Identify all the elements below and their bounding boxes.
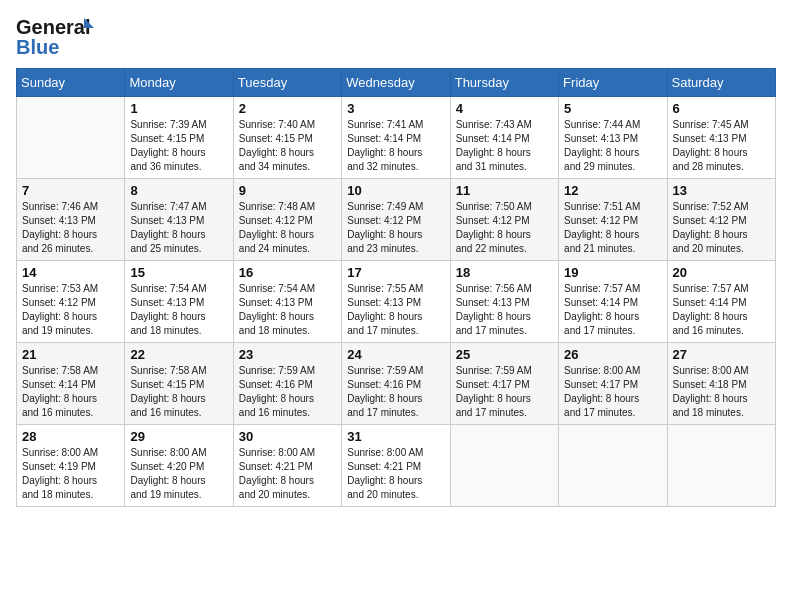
weekday-header-monday: Monday	[125, 69, 233, 97]
calendar-day-cell: 20Sunrise: 7:57 AM Sunset: 4:14 PM Dayli…	[667, 261, 775, 343]
day-info: Sunrise: 7:45 AM Sunset: 4:13 PM Dayligh…	[673, 118, 770, 174]
calendar-day-cell: 10Sunrise: 7:49 AM Sunset: 4:12 PM Dayli…	[342, 179, 450, 261]
day-number: 18	[456, 265, 553, 280]
day-number: 6	[673, 101, 770, 116]
day-info: Sunrise: 7:58 AM Sunset: 4:14 PM Dayligh…	[22, 364, 119, 420]
day-info: Sunrise: 8:00 AM Sunset: 4:21 PM Dayligh…	[239, 446, 336, 502]
calendar-day-cell	[450, 425, 558, 507]
day-info: Sunrise: 7:55 AM Sunset: 4:13 PM Dayligh…	[347, 282, 444, 338]
svg-text:General: General	[16, 16, 90, 38]
calendar-day-cell: 27Sunrise: 8:00 AM Sunset: 4:18 PM Dayli…	[667, 343, 775, 425]
day-number: 5	[564, 101, 661, 116]
weekday-header-saturday: Saturday	[667, 69, 775, 97]
calendar-week-row: 14Sunrise: 7:53 AM Sunset: 4:12 PM Dayli…	[17, 261, 776, 343]
day-number: 14	[22, 265, 119, 280]
day-info: Sunrise: 8:00 AM Sunset: 4:21 PM Dayligh…	[347, 446, 444, 502]
day-number: 29	[130, 429, 227, 444]
weekday-header-tuesday: Tuesday	[233, 69, 341, 97]
day-info: Sunrise: 7:59 AM Sunset: 4:16 PM Dayligh…	[347, 364, 444, 420]
day-info: Sunrise: 8:00 AM Sunset: 4:18 PM Dayligh…	[673, 364, 770, 420]
day-info: Sunrise: 7:56 AM Sunset: 4:13 PM Dayligh…	[456, 282, 553, 338]
calendar-day-cell: 18Sunrise: 7:56 AM Sunset: 4:13 PM Dayli…	[450, 261, 558, 343]
day-info: Sunrise: 7:41 AM Sunset: 4:14 PM Dayligh…	[347, 118, 444, 174]
day-number: 28	[22, 429, 119, 444]
day-info: Sunrise: 7:43 AM Sunset: 4:14 PM Dayligh…	[456, 118, 553, 174]
day-info: Sunrise: 7:40 AM Sunset: 4:15 PM Dayligh…	[239, 118, 336, 174]
day-info: Sunrise: 7:54 AM Sunset: 4:13 PM Dayligh…	[239, 282, 336, 338]
calendar-day-cell: 5Sunrise: 7:44 AM Sunset: 4:13 PM Daylig…	[559, 97, 667, 179]
day-number: 19	[564, 265, 661, 280]
calendar-day-cell: 11Sunrise: 7:50 AM Sunset: 4:12 PM Dayli…	[450, 179, 558, 261]
calendar-day-cell: 28Sunrise: 8:00 AM Sunset: 4:19 PM Dayli…	[17, 425, 125, 507]
day-info: Sunrise: 7:53 AM Sunset: 4:12 PM Dayligh…	[22, 282, 119, 338]
day-number: 10	[347, 183, 444, 198]
calendar-day-cell	[559, 425, 667, 507]
weekday-header-row: SundayMondayTuesdayWednesdayThursdayFrid…	[17, 69, 776, 97]
day-info: Sunrise: 7:47 AM Sunset: 4:13 PM Dayligh…	[130, 200, 227, 256]
day-info: Sunrise: 8:00 AM Sunset: 4:17 PM Dayligh…	[564, 364, 661, 420]
day-number: 7	[22, 183, 119, 198]
calendar-day-cell: 1Sunrise: 7:39 AM Sunset: 4:15 PM Daylig…	[125, 97, 233, 179]
calendar-day-cell: 26Sunrise: 8:00 AM Sunset: 4:17 PM Dayli…	[559, 343, 667, 425]
weekday-header-thursday: Thursday	[450, 69, 558, 97]
weekday-header-sunday: Sunday	[17, 69, 125, 97]
day-number: 2	[239, 101, 336, 116]
calendar-day-cell	[17, 97, 125, 179]
calendar-day-cell: 29Sunrise: 8:00 AM Sunset: 4:20 PM Dayli…	[125, 425, 233, 507]
calendar-week-row: 7Sunrise: 7:46 AM Sunset: 4:13 PM Daylig…	[17, 179, 776, 261]
calendar-day-cell: 13Sunrise: 7:52 AM Sunset: 4:12 PM Dayli…	[667, 179, 775, 261]
day-info: Sunrise: 7:59 AM Sunset: 4:17 PM Dayligh…	[456, 364, 553, 420]
day-info: Sunrise: 7:50 AM Sunset: 4:12 PM Dayligh…	[456, 200, 553, 256]
day-info: Sunrise: 8:00 AM Sunset: 4:19 PM Dayligh…	[22, 446, 119, 502]
calendar-day-cell: 17Sunrise: 7:55 AM Sunset: 4:13 PM Dayli…	[342, 261, 450, 343]
day-number: 8	[130, 183, 227, 198]
day-number: 31	[347, 429, 444, 444]
calendar-day-cell: 19Sunrise: 7:57 AM Sunset: 4:14 PM Dayli…	[559, 261, 667, 343]
day-number: 4	[456, 101, 553, 116]
calendar-day-cell: 7Sunrise: 7:46 AM Sunset: 4:13 PM Daylig…	[17, 179, 125, 261]
day-number: 23	[239, 347, 336, 362]
calendar-day-cell	[667, 425, 775, 507]
day-info: Sunrise: 7:39 AM Sunset: 4:15 PM Dayligh…	[130, 118, 227, 174]
day-info: Sunrise: 7:48 AM Sunset: 4:12 PM Dayligh…	[239, 200, 336, 256]
day-number: 9	[239, 183, 336, 198]
day-number: 24	[347, 347, 444, 362]
day-number: 22	[130, 347, 227, 362]
calendar-day-cell: 14Sunrise: 7:53 AM Sunset: 4:12 PM Dayli…	[17, 261, 125, 343]
calendar-day-cell: 2Sunrise: 7:40 AM Sunset: 4:15 PM Daylig…	[233, 97, 341, 179]
calendar-table: SundayMondayTuesdayWednesdayThursdayFrid…	[16, 68, 776, 507]
calendar-day-cell: 6Sunrise: 7:45 AM Sunset: 4:13 PM Daylig…	[667, 97, 775, 179]
page-header: GeneralBlue	[16, 16, 776, 58]
day-info: Sunrise: 7:52 AM Sunset: 4:12 PM Dayligh…	[673, 200, 770, 256]
calendar-day-cell: 22Sunrise: 7:58 AM Sunset: 4:15 PM Dayli…	[125, 343, 233, 425]
calendar-day-cell: 16Sunrise: 7:54 AM Sunset: 4:13 PM Dayli…	[233, 261, 341, 343]
svg-text:Blue: Blue	[16, 36, 59, 58]
day-info: Sunrise: 7:51 AM Sunset: 4:12 PM Dayligh…	[564, 200, 661, 256]
day-number: 11	[456, 183, 553, 198]
day-info: Sunrise: 7:54 AM Sunset: 4:13 PM Dayligh…	[130, 282, 227, 338]
day-info: Sunrise: 7:58 AM Sunset: 4:15 PM Dayligh…	[130, 364, 227, 420]
day-number: 20	[673, 265, 770, 280]
day-number: 17	[347, 265, 444, 280]
calendar-day-cell: 24Sunrise: 7:59 AM Sunset: 4:16 PM Dayli…	[342, 343, 450, 425]
day-number: 13	[673, 183, 770, 198]
calendar-week-row: 21Sunrise: 7:58 AM Sunset: 4:14 PM Dayli…	[17, 343, 776, 425]
day-number: 1	[130, 101, 227, 116]
calendar-day-cell: 25Sunrise: 7:59 AM Sunset: 4:17 PM Dayli…	[450, 343, 558, 425]
calendar-day-cell: 3Sunrise: 7:41 AM Sunset: 4:14 PM Daylig…	[342, 97, 450, 179]
day-number: 3	[347, 101, 444, 116]
day-number: 16	[239, 265, 336, 280]
day-number: 21	[22, 347, 119, 362]
calendar-day-cell: 12Sunrise: 7:51 AM Sunset: 4:12 PM Dayli…	[559, 179, 667, 261]
calendar-day-cell: 9Sunrise: 7:48 AM Sunset: 4:12 PM Daylig…	[233, 179, 341, 261]
day-number: 27	[673, 347, 770, 362]
day-info: Sunrise: 7:49 AM Sunset: 4:12 PM Dayligh…	[347, 200, 444, 256]
calendar-day-cell: 21Sunrise: 7:58 AM Sunset: 4:14 PM Dayli…	[17, 343, 125, 425]
day-number: 15	[130, 265, 227, 280]
calendar-day-cell: 15Sunrise: 7:54 AM Sunset: 4:13 PM Dayli…	[125, 261, 233, 343]
day-number: 30	[239, 429, 336, 444]
calendar-day-cell: 30Sunrise: 8:00 AM Sunset: 4:21 PM Dayli…	[233, 425, 341, 507]
calendar-day-cell: 31Sunrise: 8:00 AM Sunset: 4:21 PM Dayli…	[342, 425, 450, 507]
weekday-header-friday: Friday	[559, 69, 667, 97]
logo: GeneralBlue	[16, 16, 106, 58]
